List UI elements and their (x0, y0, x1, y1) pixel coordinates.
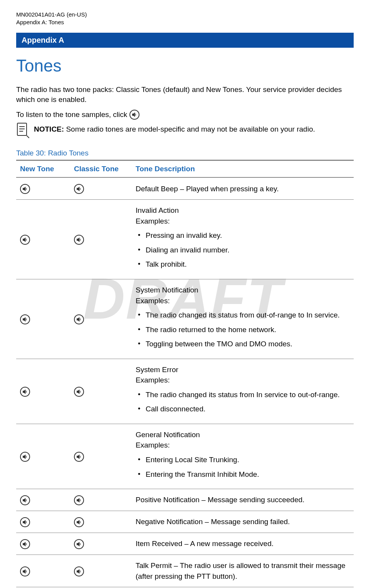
table-row: Positive Notification – Message sending … (16, 489, 354, 511)
speaker-icon[interactable] (74, 235, 84, 245)
page-title: Tones (16, 56, 354, 75)
tone-description: Default Beep – Played when pressing a ke… (136, 185, 279, 193)
table-row: Invalid ActionExamples:Pressing an inval… (16, 200, 354, 279)
table-row: Default Beep – Played when pressing a ke… (16, 177, 354, 199)
table-row: System ErrorExamples:The radio changed i… (16, 359, 354, 424)
speaker-icon[interactable] (74, 517, 84, 527)
examples-label: Examples: (136, 216, 351, 227)
examples-label: Examples: (136, 296, 351, 306)
example-list: Pressing an invalid key.Dialing an inval… (136, 230, 351, 270)
tone-title: System Error (136, 364, 351, 375)
list-item: Entering the Transmit Inhibit Mode. (136, 469, 351, 480)
doc-section: Appendix A: Tones (16, 18, 354, 26)
cell-new-tone (16, 555, 70, 587)
speaker-icon[interactable] (74, 387, 84, 397)
table-row: General NotificationExamples:Entering Lo… (16, 424, 354, 489)
speaker-icon[interactable] (20, 184, 30, 194)
col-header-new-tone: New Tone (16, 160, 70, 178)
tones-table: New Tone Classic Tone Tone Description D… (16, 160, 354, 588)
cell-new-tone (16, 177, 70, 199)
example-list: Entering Local Site Trunking.Entering th… (136, 454, 351, 479)
examples-label: Examples: (136, 375, 351, 386)
notice-label: NOTICE: (34, 125, 64, 133)
cell-description: Positive Notification – Message sending … (132, 489, 354, 511)
speaker-icon[interactable] (74, 495, 84, 505)
speaker-icon[interactable] (20, 452, 30, 462)
cell-new-tone (16, 511, 70, 533)
cell-classic-tone (70, 489, 132, 511)
tone-description: Positive Notification – Message sending … (136, 496, 304, 504)
cell-description: System NotificationExamples:The radio ch… (132, 279, 354, 359)
notice-body: Some radio tones are model-specific and … (66, 125, 315, 133)
list-item: The radio changed its status from In ser… (136, 389, 351, 400)
cell-classic-tone (70, 200, 132, 279)
speaker-icon[interactable] (20, 517, 30, 527)
speaker-icon[interactable] (74, 566, 84, 576)
table-row: Negative Notification – Message sending … (16, 511, 354, 533)
col-header-classic-tone: Classic Tone (70, 160, 132, 178)
example-list: The radio changed its status from In ser… (136, 389, 351, 414)
tone-title: General Notification (136, 429, 351, 440)
table-row: Talk Permit – The radio user is allowed … (16, 555, 354, 587)
list-item: The radio returned to the home network. (136, 324, 351, 335)
tone-description: Item Received – A new message received. (136, 540, 274, 548)
list-item: Entering Local Site Trunking. (136, 454, 351, 465)
cell-description: Talk Permit – The radio user is allowed … (132, 555, 354, 587)
list-item: Toggling between the TMO and DMO modes. (136, 339, 351, 349)
speaker-icon[interactable] (20, 314, 30, 324)
speaker-icon[interactable] (74, 452, 84, 462)
speaker-icon[interactable] (20, 495, 30, 505)
appendix-heading-bar: Appendix A (16, 33, 354, 48)
cell-classic-tone (70, 511, 132, 533)
examples-label: Examples: (136, 440, 351, 451)
cell-classic-tone (70, 555, 132, 587)
speaker-icon[interactable] (74, 539, 84, 549)
cell-description: System ErrorExamples:The radio changed i… (132, 359, 354, 424)
cell-classic-tone (70, 424, 132, 489)
cell-new-tone (16, 533, 70, 555)
cell-classic-tone (70, 533, 132, 555)
table-row: Item Received – A new message received. (16, 533, 354, 555)
list-item: Pressing an invalid key. (136, 230, 351, 241)
tone-title: System Notification (136, 285, 351, 296)
col-header-description: Tone Description (132, 160, 354, 178)
cell-new-tone (16, 424, 70, 489)
tone-description: Negative Notification – Message sending … (136, 518, 290, 526)
cell-description: Negative Notification – Message sending … (132, 511, 354, 533)
notice-icon (16, 122, 29, 138)
speaker-icon[interactable] (129, 110, 139, 120)
cell-new-tone (16, 489, 70, 511)
tone-title: Invalid Action (136, 205, 351, 216)
example-list: The radio changed its status from out-of… (136, 310, 351, 349)
cell-description: Invalid ActionExamples:Pressing an inval… (132, 200, 354, 279)
cell-classic-tone (70, 177, 132, 199)
list-item: Dialing an invalid number. (136, 245, 351, 256)
cell-classic-tone (70, 359, 132, 424)
tone-description: Talk Permit – The radio user is allowed … (136, 561, 346, 580)
speaker-icon[interactable] (74, 184, 84, 194)
list-item: Call disconnected. (136, 404, 351, 414)
intro-paragraph: The radio has two tone packs: Classic To… (16, 85, 354, 104)
cell-new-tone (16, 279, 70, 359)
cell-description: Default Beep – Played when pressing a ke… (132, 177, 354, 199)
cell-description: Item Received – A new message received. (132, 533, 354, 555)
cell-new-tone (16, 359, 70, 424)
notice-text: NOTICE: Some radio tones are model-speci… (34, 122, 315, 134)
speaker-icon[interactable] (20, 387, 30, 397)
speaker-icon[interactable] (20, 235, 30, 245)
table-row: System NotificationExamples:The radio ch… (16, 279, 354, 359)
speaker-icon[interactable] (20, 566, 30, 576)
speaker-icon[interactable] (20, 539, 30, 549)
doc-id: MN002041A01-AG (en-US) (16, 11, 354, 18)
cell-classic-tone (70, 279, 132, 359)
list-item: Talk prohibit. (136, 259, 351, 270)
listen-instruction-text: To listen to the tone samples, click (16, 110, 127, 120)
table-caption: Table 30: Radio Tones (16, 149, 354, 157)
cell-new-tone (16, 200, 70, 279)
cell-description: General NotificationExamples:Entering Lo… (132, 424, 354, 489)
speaker-icon[interactable] (74, 314, 84, 324)
list-item: The radio changed its status from out-of… (136, 310, 351, 321)
